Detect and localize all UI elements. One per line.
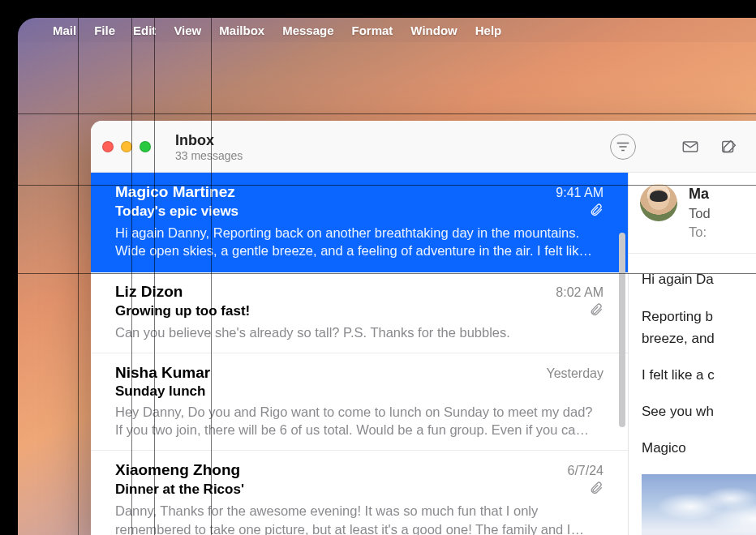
menu-format[interactable]: Format [343,24,402,37]
compose-button[interactable] [714,131,745,162]
compose-icon [720,138,738,156]
menu-app[interactable]: Mail [44,24,85,37]
mailbox-message-count: 33 messages [175,149,602,162]
message-subject: Today's epic views [115,203,589,220]
fullscreen-window-button[interactable] [140,141,151,152]
body-line: Reporting bbreeze, and [642,306,756,349]
message-row[interactable]: Xiaomeng Zhong 6/7/24 Dinner at the Rico… [91,451,628,535]
message-row[interactable]: Magico Martinez 9:41 AM Today's epic vie… [91,173,628,272]
body-line: See you wh [642,400,756,422]
minimize-window-button[interactable] [121,141,132,152]
message-preview: Hey Danny, Do you and Rigo want to come … [115,403,604,439]
reading-to-label: To: [689,223,711,242]
message-time: 6/7/24 [568,464,604,478]
envelope-icon [681,138,699,156]
message-subject: Dinner at the Ricos' [115,481,589,498]
message-time: Yesterday [546,366,604,381]
window-controls [102,141,151,152]
paperclip-icon [589,203,604,220]
sender-avatar [640,184,677,221]
reading-pane: Ma Tod To: Hi again Da Reporting bbreeze… [629,173,756,535]
reading-body: Hi again Da Reporting bbreeze, and I fel… [629,254,756,535]
body-line: I felt like a c [642,364,756,386]
paperclip-icon [589,302,604,320]
menu-file[interactable]: File [85,24,124,37]
body-line: Hi again Da [642,268,756,290]
titlebar: Inbox 33 messages [91,121,756,173]
message-row[interactable]: Nisha Kumar Yesterday Sunday lunch Hey D… [91,353,628,452]
svg-rect-0 [683,142,697,152]
reading-subject: Tod [689,204,711,223]
message-sender: Liz Dizon [115,283,556,301]
message-time: 8:02 AM [556,285,604,300]
message-sender: Magico Martinez [115,183,556,201]
menu-message[interactable]: Message [273,24,342,37]
message-subject: Sunday lunch [115,383,604,400]
attachment-image[interactable] [642,474,756,536]
message-time: 9:41 AM [556,186,604,200]
menu-mailbox[interactable]: Mailbox [210,24,273,37]
message-sender: Nisha Kumar [115,364,546,382]
mail-window: Inbox 33 messages Magi [91,121,756,535]
message-subject: Growing up too fast! [115,303,589,319]
menu-help[interactable]: Help [466,24,511,37]
reading-from: Ma [689,184,711,204]
menu-window[interactable]: Window [402,24,466,37]
message-preview: Can you believe she's already so tall? P… [115,323,604,341]
message-row[interactable]: Liz Dizon 8:02 AM Growing up too fast! C… [91,272,628,353]
menubar: Mail File Edit View Mailbox Message Form… [18,18,756,42]
menu-view[interactable]: View [165,24,210,37]
mailbox-title: Inbox [175,132,602,149]
message-sender: Xiaomeng Zhong [115,461,568,479]
message-list: Magico Martinez 9:41 AM Today's epic vie… [91,173,629,535]
message-preview: Danny, Thanks for the awesome evening! I… [115,502,604,535]
filter-lines-icon [614,138,632,156]
scrollbar-thumb[interactable] [619,233,625,427]
menu-edit[interactable]: Edit [124,24,165,37]
get-mail-button[interactable] [675,131,706,162]
body-line: Magico [642,437,756,459]
paperclip-icon [589,481,604,499]
filter-button[interactable] [610,134,636,160]
message-preview: Hi again Danny, Reporting back on anothe… [115,224,604,260]
close-window-button[interactable] [102,141,114,152]
